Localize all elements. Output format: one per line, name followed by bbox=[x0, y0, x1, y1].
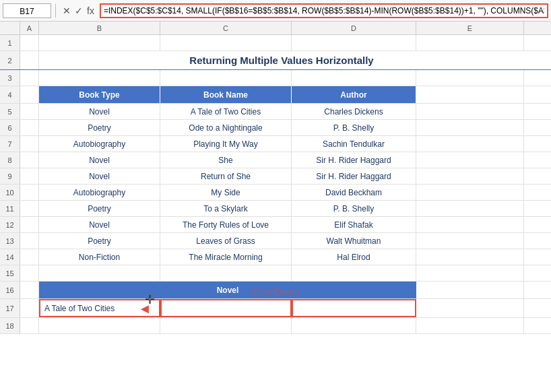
row-number: 4 bbox=[0, 86, 20, 103]
cell-e18[interactable] bbox=[416, 318, 524, 333]
cell-e5[interactable] bbox=[416, 104, 524, 119]
book-name-cell[interactable]: Ode to a Nightingale bbox=[160, 120, 292, 135]
cell-c1[interactable] bbox=[160, 35, 292, 51]
author-cell[interactable]: Sir H. Rider Haggard bbox=[292, 168, 416, 184]
cell-b2[interactable]: Returning Multiple Values Horizontally bbox=[39, 51, 524, 69]
row-number: 16 bbox=[0, 282, 20, 298]
cell-e3[interactable] bbox=[416, 70, 524, 86]
book-type-cell[interactable]: Non-Fiction bbox=[39, 249, 160, 265]
author-cell[interactable]: Charles Dickens bbox=[292, 104, 416, 119]
cell-e6[interactable] bbox=[416, 120, 524, 135]
cell-a14[interactable] bbox=[20, 249, 39, 265]
cell-b18[interactable] bbox=[39, 318, 160, 333]
cell-e7[interactable] bbox=[416, 136, 524, 152]
author-cell[interactable]: Elif Shafak bbox=[292, 217, 416, 232]
cell-a12[interactable] bbox=[20, 217, 39, 232]
book-name-cell[interactable]: She bbox=[160, 152, 292, 168]
col-header-d[interactable]: D bbox=[292, 22, 416, 34]
cell-a6[interactable] bbox=[20, 120, 39, 135]
author-cell[interactable]: P. B. Shelly bbox=[292, 120, 416, 135]
col-header-a[interactable]: A bbox=[20, 22, 39, 34]
book-type-cell[interactable]: Poetry bbox=[39, 201, 160, 216]
cell-a18[interactable] bbox=[20, 318, 39, 333]
author-cell[interactable]: Sir H. Rider Haggard bbox=[292, 152, 416, 168]
cell-a2[interactable] bbox=[20, 51, 39, 69]
cell-e9[interactable] bbox=[416, 168, 524, 184]
cell-d18[interactable] bbox=[292, 318, 416, 333]
col-header-e[interactable]: E bbox=[416, 22, 524, 34]
cell-e17[interactable] bbox=[416, 299, 524, 317]
row-number: 7 bbox=[0, 136, 20, 152]
cell-a11[interactable] bbox=[20, 201, 39, 216]
book-name-cell[interactable]: Playing It My Way bbox=[160, 136, 292, 152]
book-name-cell[interactable]: To a Skylark bbox=[160, 201, 292, 216]
cell-e16[interactable] bbox=[416, 282, 524, 298]
book-type-cell[interactable]: Novel bbox=[39, 152, 160, 168]
formula-input[interactable] bbox=[100, 3, 548, 18]
cell-a17[interactable] bbox=[20, 299, 39, 317]
cell-c17[interactable] bbox=[160, 299, 292, 317]
col-header-b[interactable]: B bbox=[39, 22, 160, 34]
cell-e13[interactable] bbox=[416, 233, 524, 249]
cell-e8[interactable] bbox=[416, 152, 524, 168]
cell-reference-box[interactable]: B17 bbox=[3, 3, 51, 18]
book-name-cell[interactable]: The Miracle Morning bbox=[160, 249, 292, 265]
book-type-cell[interactable]: Novel bbox=[39, 217, 160, 232]
confirm-icon[interactable]: ✓ bbox=[75, 5, 83, 16]
book-type-cell[interactable]: Novel bbox=[39, 104, 160, 119]
cancel-icon[interactable]: ✕ bbox=[63, 5, 71, 16]
row-number: 1 bbox=[0, 35, 20, 51]
row-number: 9 bbox=[0, 168, 20, 184]
book-name-cell[interactable]: A Tale of Two Cities bbox=[160, 104, 292, 119]
author-cell[interactable]: Hal Elrod bbox=[292, 249, 416, 265]
cell-e15[interactable] bbox=[416, 265, 524, 281]
cell-b15[interactable] bbox=[39, 265, 160, 281]
author-cell[interactable]: Walt Whuitman bbox=[292, 233, 416, 249]
book-type-cell[interactable]: Autobiography bbox=[39, 185, 160, 200]
book-name-cell[interactable]: My Side bbox=[160, 185, 292, 200]
cell-e4[interactable] bbox=[416, 86, 524, 103]
book-type-cell[interactable]: Poetry bbox=[39, 233, 160, 249]
row-number: 2 bbox=[0, 51, 20, 69]
book-name-cell[interactable]: Leaves of Grass bbox=[160, 233, 292, 249]
cell-a9[interactable] bbox=[20, 168, 39, 184]
row-number: 15 bbox=[0, 265, 20, 281]
cell-a15[interactable] bbox=[20, 265, 39, 281]
author-cell[interactable]: Sachin Tendulkar bbox=[292, 136, 416, 152]
table-row: 18 bbox=[0, 318, 551, 334]
cell-d1[interactable] bbox=[292, 35, 416, 51]
cell-d15[interactable] bbox=[292, 265, 416, 281]
cell-e14[interactable] bbox=[416, 249, 524, 265]
cell-a10[interactable] bbox=[20, 185, 39, 200]
cell-a8[interactable] bbox=[20, 152, 39, 168]
cell-c3[interactable] bbox=[160, 70, 292, 86]
cell-e12[interactable] bbox=[416, 217, 524, 232]
cell-d3[interactable] bbox=[292, 70, 416, 86]
formula-icons-group: ✕ ✓ fx bbox=[60, 5, 97, 16]
cell-d17[interactable] bbox=[292, 299, 416, 317]
cell-e1[interactable] bbox=[416, 35, 524, 51]
book-type-cell[interactable]: Novel bbox=[39, 168, 160, 184]
cell-a4[interactable] bbox=[20, 86, 39, 103]
cell-e10[interactable] bbox=[416, 185, 524, 200]
cell-a3[interactable] bbox=[20, 70, 39, 86]
book-name-cell[interactable]: Return of She bbox=[160, 168, 292, 184]
author-cell[interactable]: David Beckham bbox=[292, 185, 416, 200]
cell-c18[interactable] bbox=[160, 318, 292, 333]
cell-e11[interactable] bbox=[416, 201, 524, 216]
author-cell[interactable]: P. B. Shelly bbox=[292, 201, 416, 216]
cell-b1[interactable] bbox=[39, 35, 160, 51]
book-name-cell[interactable]: The Forty Rules of Love bbox=[160, 217, 292, 232]
cell-a7[interactable] bbox=[20, 136, 39, 152]
cell-b3[interactable] bbox=[39, 70, 160, 86]
book-type-cell[interactable]: Poetry bbox=[39, 120, 160, 135]
cell-a5[interactable] bbox=[20, 104, 39, 119]
col-header-c[interactable]: C bbox=[160, 22, 292, 34]
cell-a16[interactable] bbox=[20, 282, 39, 298]
book-type-cell[interactable]: Autobiography bbox=[39, 136, 160, 152]
fx-icon[interactable]: fx bbox=[87, 5, 94, 16]
cell-c15[interactable] bbox=[160, 265, 292, 281]
table-row: 14 Non-Fiction The Miracle Morning Hal E… bbox=[0, 249, 551, 265]
cell-a1[interactable] bbox=[20, 35, 39, 51]
cell-a13[interactable] bbox=[20, 233, 39, 249]
